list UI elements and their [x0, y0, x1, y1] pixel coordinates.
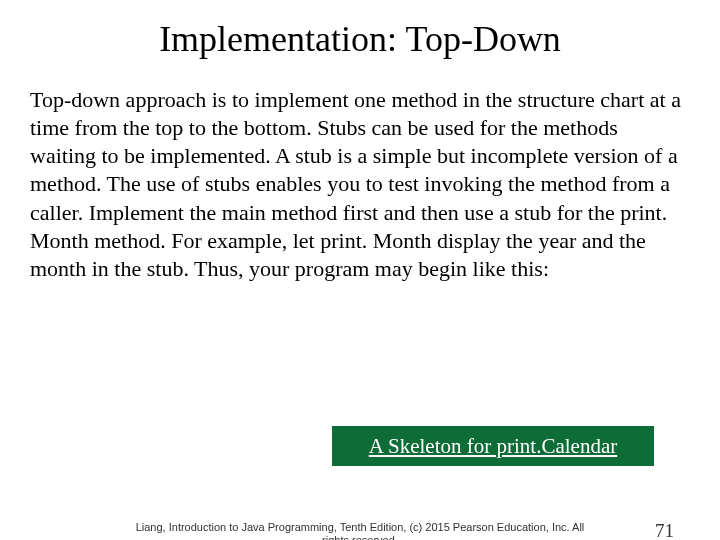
skeleton-link-box[interactable]: A Skeleton for print.Calendar	[332, 426, 654, 466]
page-number: 71	[655, 520, 674, 540]
skeleton-link[interactable]: A Skeleton for print.Calendar	[369, 434, 617, 459]
slide-title: Implementation: Top-Down	[0, 18, 720, 60]
footer-text: Liang, Introduction to Java Programming,…	[0, 521, 720, 541]
body-text: Top-down approach is to implement one me…	[0, 86, 720, 283]
